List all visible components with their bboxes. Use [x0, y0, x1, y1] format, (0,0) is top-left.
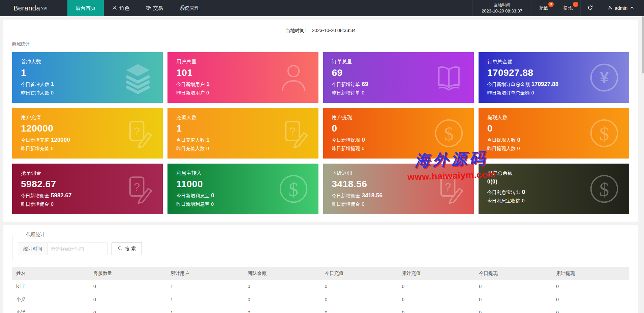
menu-item-3[interactable]: 交易	[137, 0, 171, 16]
user-menu[interactable]: admin	[600, 0, 644, 16]
page-scrollbar[interactable]	[641, 16, 644, 313]
agent-panel: 代理统计 统计时间 搜 索 姓名客服数量累计用户团队余额今日充值累计充值今日提现…	[3, 225, 638, 313]
table-header-7: 今日提现	[475, 267, 552, 280]
table-cell-value: 0	[475, 293, 552, 306]
table-cell-name: 小洋	[12, 306, 89, 313]
layers-icon	[122, 61, 154, 94]
svg-text:$: $	[444, 123, 454, 144]
withdraw-badge: 0	[573, 2, 578, 7]
stat-card-5: 用户充值 120000 今日新增充值120000 昨日新增充值0 ?	[12, 108, 163, 159]
search-icon	[118, 246, 123, 252]
table-cell-value: 0	[321, 280, 398, 293]
stat-card-2: 用户总量 101 今日新增用户1 昨日新增用户0	[167, 52, 318, 103]
scales-icon	[146, 5, 151, 11]
app-logo-text: Beranda	[13, 4, 40, 12]
table-cell-value: 0	[552, 280, 629, 293]
dollar-icon: $	[588, 173, 620, 205]
svg-text:?: ?	[134, 181, 140, 193]
stat-time-group: 统计时间	[18, 243, 108, 255]
stat-card-12: 用户总余额 0(0) 今日利息宝转出0 今日利息宝收益0 $	[479, 164, 629, 214]
document-edit-icon: ?	[122, 117, 154, 149]
table-cell-value: 0	[89, 306, 166, 313]
menu-item-4[interactable]: 系统管理	[171, 0, 208, 16]
stat-card-4: 订单总金额 170927.88 今日新增订单总金额170927.88 昨日新增订…	[479, 52, 629, 103]
agent-table: 姓名客服数量累计用户团队余额今日充值累计充值今日提现累计提现 团子0100000…	[12, 267, 629, 313]
stats-panel: 当地时间: 2023-10-20 08:33:34 商城统计 首冲人数 1 今日…	[3, 20, 638, 222]
stat-card-9: 抢单佣金 5982.67 今日新增佣金5982.67 昨日新增佣金0 ?	[12, 164, 163, 214]
table-cell-value: 1	[166, 293, 244, 306]
menu-item-2[interactable]: 角色	[104, 0, 137, 16]
search-button[interactable]: 搜 索	[112, 243, 142, 255]
chevron-up-icon	[630, 5, 635, 11]
person-icon	[277, 61, 310, 94]
panel-time-value: 2023-10-20 08:33:34	[312, 28, 356, 33]
table-row: 小洋0100000	[12, 306, 629, 313]
app-logo-version: V20	[41, 6, 47, 10]
document-edit-icon: ?	[122, 173, 154, 205]
table-header-1: 姓名	[12, 267, 89, 280]
table-cell-value: 0	[552, 306, 629, 313]
recharge-button[interactable]: 充值 0	[531, 0, 556, 16]
table-cell-value: 0	[244, 306, 321, 313]
refresh-button[interactable]	[580, 0, 600, 16]
svg-text:?: ?	[134, 125, 140, 138]
stat-card-10: 利息宝转入 11000 今日新增利息宝0 昨日新增利息宝0 $	[167, 164, 318, 214]
recharge-label: 充值	[539, 5, 548, 11]
table-cell-value: 0	[321, 306, 398, 313]
table-cell-name: 团子	[12, 280, 89, 293]
svg-text:$: $	[288, 179, 298, 200]
scrollbar-thumb[interactable]	[642, 16, 644, 74]
panel-time-row: 当地时间: 2023-10-20 08:33:34	[12, 28, 629, 34]
table-cell-value: 0	[244, 293, 321, 306]
menu-item-1[interactable]: 后台首页	[67, 0, 104, 16]
stat-card-grid: 首冲人数 1 今日首冲人数1 昨日首冲人数0 用户总量 101 今日新增用户1 …	[12, 52, 629, 214]
table-cell-value: 0	[475, 280, 552, 293]
table-cell-value: 1	[166, 280, 244, 293]
table-cell-value: 0	[321, 293, 398, 306]
stat-card-8: 提现人数 0 今日提现人数0 昨日提现人数0 $	[479, 108, 629, 159]
table-header-8: 累计提现	[552, 267, 629, 280]
table-header-3: 累计用户	[166, 267, 244, 280]
table-cell-value: 0	[89, 280, 166, 293]
menu-item-label: 角色	[119, 5, 129, 11]
stat-card-3: 订单总量 69 今日新增订单69 昨日新增订单0	[323, 52, 474, 103]
table-cell-value: 0	[89, 293, 166, 306]
withdraw-button[interactable]: 提现 0	[556, 0, 580, 16]
stat-time-input[interactable]	[48, 243, 108, 255]
table-cell-name: 小义	[12, 293, 89, 306]
table-header-5: 今日充值	[321, 267, 398, 280]
dollar-icon: $	[433, 117, 465, 149]
table-row: 团子0100000	[12, 280, 629, 293]
section-title-shop-stats: 商城统计	[12, 41, 629, 47]
user-icon	[608, 5, 613, 11]
svg-text:?: ?	[289, 125, 296, 138]
menu-item-label: 交易	[153, 5, 163, 11]
app-logo: Beranda V20	[0, 0, 67, 16]
agent-legend: 代理统计	[23, 232, 48, 238]
table-cell-value: 0	[244, 280, 321, 293]
stat-card-6: 充值人数 1 今日充值人数1 昨日充值人数0 ?	[167, 108, 318, 159]
table-row: 小义0100000	[12, 293, 629, 306]
table-cell-value: 0	[398, 293, 475, 306]
agent-table-body: 团子0100000小义0100000小洋0100000	[12, 280, 629, 313]
refresh-icon	[587, 5, 593, 12]
svg-text:$: $	[600, 123, 609, 144]
agent-table-header: 姓名客服数量累计用户团队余额今日充值累计充值今日提现累计提现	[12, 267, 629, 280]
panel-time-label: 当地时间:	[286, 28, 306, 33]
top-navbar: Beranda V20 后台首页角色交易系统管理 当地时间 2023-10-20…	[0, 0, 644, 16]
local-time-block: 当地时间 2023-10-20 08:33:37	[472, 0, 531, 16]
table-cell-value: 0	[475, 306, 552, 313]
local-time-label: 当地时间	[494, 2, 510, 8]
user-name: admin	[615, 5, 627, 11]
table-header-6: 累计充值	[398, 267, 475, 280]
svg-text:¥: ¥	[600, 69, 609, 86]
local-time-value: 2023-10-20 08:33:37	[482, 8, 522, 14]
table-cell-value: 0	[552, 293, 629, 306]
table-cell-value: 0	[398, 280, 475, 293]
yen-icon: ¥	[588, 61, 620, 94]
table-cell-value: 1	[166, 306, 244, 313]
withdraw-label: 提现	[563, 5, 573, 11]
table-cell-value: 0	[398, 306, 475, 313]
stat-card-1: 首冲人数 1 今日首冲人数1 昨日首冲人数0	[12, 52, 163, 103]
book-icon	[433, 61, 465, 94]
